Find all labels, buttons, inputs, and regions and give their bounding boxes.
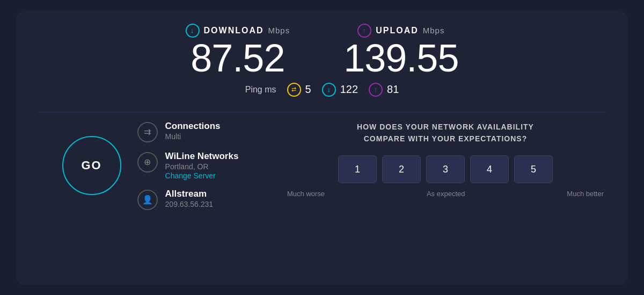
rating-btn-2[interactable]: 2 (382, 155, 421, 183)
main-area: GO ⇉ Connections Multi ⊕ WiLine Networks (38, 121, 606, 210)
network-content: WiLine Networks Portland, OR Change Serv… (165, 151, 239, 180)
rating-btn-1[interactable]: 1 (338, 155, 377, 183)
ping-upload-icon: ↑ (369, 83, 383, 97)
rating-btn-3[interactable]: 3 (426, 155, 465, 183)
change-server-link[interactable]: Change Server (165, 171, 239, 180)
ping-row: Ping ms ⇄ 5 ↓ 122 ↑ 81 (245, 83, 399, 97)
jitter-value: 5 (305, 83, 311, 96)
download-unit: Mbps (268, 26, 290, 35)
rating-label-middle: As expected (427, 190, 465, 198)
account-icon: 👤 (137, 190, 158, 210)
rating-labels: Much worse As expected Much better (284, 190, 606, 198)
rating-label-left: Much worse (287, 190, 325, 198)
download-ping-value: 122 (340, 83, 358, 96)
connections-icon: ⇉ (137, 122, 158, 142)
jitter-icon: ⇄ (287, 83, 301, 97)
connections-title: Connections (165, 121, 221, 132)
network-item: ⊕ WiLine Networks Portland, OR Change Se… (137, 151, 239, 180)
rating-btn-5[interactable]: 5 (514, 155, 553, 183)
download-block: ↓ DOWNLOAD Mbps 87.52 (186, 24, 290, 77)
account-ip: 209.63.56.231 (165, 200, 214, 208)
survey-question: HOW DOES YOUR NETWORK AVAILABILITY COMPA… (357, 121, 534, 145)
account-title: Allstream (165, 189, 214, 199)
main-container: ↓ DOWNLOAD Mbps 87.52 ↑ UPLOAD Mbps 139.… (16, 11, 628, 285)
right-panel: HOW DOES YOUR NETWORK AVAILABILITY COMPA… (284, 121, 606, 198)
upload-label-row: ↑ UPLOAD Mbps (357, 24, 444, 38)
rating-btn-4[interactable]: 4 (470, 155, 509, 183)
left-panel: GO ⇉ Connections Multi ⊕ WiLine Networks (38, 121, 263, 210)
upload-unit: Mbps (423, 26, 445, 35)
download-icon: ↓ (186, 24, 200, 38)
upload-ping-value: 81 (387, 83, 399, 96)
rating-row: 1 2 3 4 5 (338, 155, 553, 183)
network-location: Portland, OR (165, 162, 239, 171)
download-label: DOWNLOAD (204, 26, 264, 35)
network-title: WiLine Networks (165, 151, 239, 162)
go-button[interactable]: GO (62, 136, 121, 195)
connections-content: Connections Multi (165, 121, 221, 141)
download-label-row: ↓ DOWNLOAD Mbps (186, 24, 290, 38)
info-list: ⇉ Connections Multi ⊕ WiLine Networks Po… (137, 121, 239, 210)
network-icon: ⊕ (137, 152, 158, 172)
upload-value: 139.55 (343, 39, 458, 77)
upload-label: UPLOAD (376, 26, 419, 35)
rating-label-right: Much better (567, 190, 604, 198)
ping-label: Ping ms (245, 85, 276, 95)
download-ping-item: ↓ 122 (322, 83, 358, 97)
connections-value: Multi (165, 132, 221, 141)
account-content: Allstream 209.63.56.231 (165, 189, 214, 208)
download-value: 87.52 (191, 39, 284, 77)
ping-download-icon: ↓ (322, 83, 336, 97)
upload-block: ↑ UPLOAD Mbps 139.55 (343, 24, 458, 77)
account-item: 👤 Allstream 209.63.56.231 (137, 189, 239, 210)
divider (38, 112, 606, 112)
go-row: GO ⇉ Connections Multi ⊕ WiLine Networks (62, 121, 239, 210)
upload-ping-item: ↑ 81 (369, 83, 399, 97)
jitter-item: ⇄ 5 (287, 83, 311, 97)
upload-icon: ↑ (357, 24, 371, 38)
connections-item: ⇉ Connections Multi (137, 121, 239, 142)
top-stats: ↓ DOWNLOAD Mbps 87.52 ↑ UPLOAD Mbps 139.… (186, 24, 459, 77)
